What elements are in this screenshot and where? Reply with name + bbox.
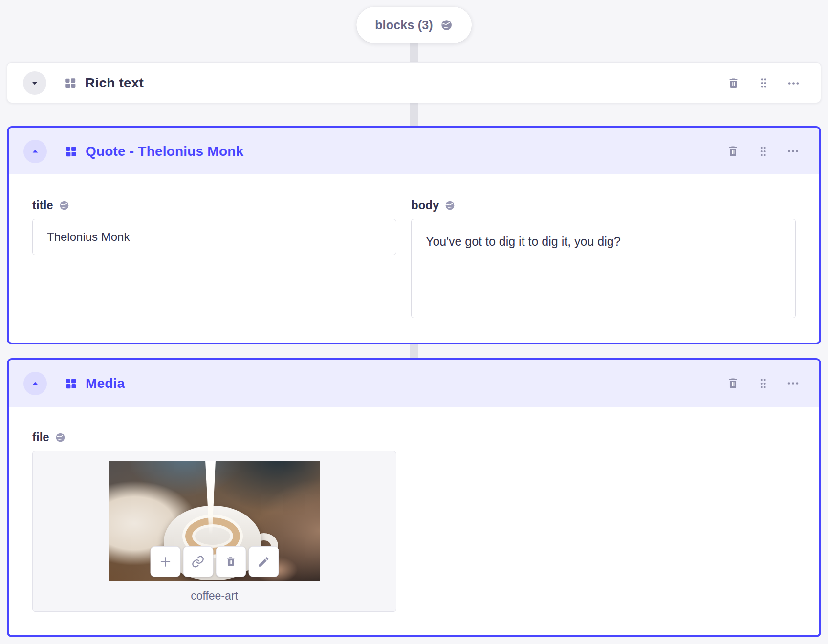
block-title: Rich text: [85, 75, 144, 91]
drag-handle[interactable]: [757, 77, 770, 89]
block-header: Media: [9, 360, 819, 407]
drag-handle[interactable]: [757, 377, 769, 390]
caret-down-icon: [29, 78, 40, 88]
block-title: Quote - Thelonius Monk: [86, 144, 243, 159]
add-media-button[interactable]: [150, 546, 180, 577]
globe-icon: [55, 432, 66, 443]
trash-icon: [726, 377, 740, 390]
dynamic-zone-editor: blocks (3) Rich text: [0, 0, 828, 644]
component-grid-icon: [65, 145, 77, 158]
component-grid-icon: [64, 77, 77, 89]
title-field-label: title: [32, 198, 53, 212]
drag-handle-icon: [757, 145, 769, 158]
block-header: Quote - Thelonius Monk: [9, 128, 819, 174]
copy-link-button[interactable]: [183, 546, 213, 577]
block-card-media: Media file: [7, 358, 821, 637]
block-body: title body You've got to dig it to dig i…: [9, 174, 819, 318]
blocks-count-label: blocks (3): [375, 18, 433, 32]
delete-block-button[interactable]: [727, 77, 740, 90]
block-header: Rich text: [7, 63, 821, 104]
block-body: file: [9, 407, 819, 612]
plus-icon: [158, 555, 172, 569]
delete-block-button[interactable]: [726, 377, 740, 390]
block-card-rich-text: Rich text: [7, 62, 821, 103]
caret-up-icon: [30, 378, 41, 389]
more-icon: [786, 145, 800, 158]
body-textarea[interactable]: You've got to dig it to dig it, you dig?: [411, 219, 796, 318]
title-field: title: [32, 198, 396, 318]
caret-up-icon: [30, 146, 41, 157]
media-filename: coffee-art: [33, 589, 396, 602]
body-field: body You've got to dig it to dig it, you…: [411, 198, 796, 318]
drag-handle-icon: [757, 377, 769, 390]
media-file-field: coffee-art: [32, 451, 396, 612]
globe-icon: [444, 200, 456, 211]
trash-icon: [726, 145, 740, 158]
drag-handle[interactable]: [757, 145, 769, 158]
more-icon: [786, 377, 800, 390]
more-actions-button[interactable]: [786, 377, 800, 390]
globe-icon: [59, 200, 70, 211]
trash-icon: [727, 77, 740, 90]
delete-media-button[interactable]: [216, 546, 246, 577]
title-input[interactable]: [32, 219, 396, 255]
more-actions-button[interactable]: [787, 77, 800, 90]
media-action-bar: [150, 546, 279, 577]
component-grid-icon: [65, 377, 77, 390]
more-actions-button[interactable]: [786, 145, 800, 158]
collapse-toggle-button[interactable]: [23, 140, 47, 163]
trash-icon: [225, 556, 237, 568]
edit-media-button[interactable]: [248, 546, 279, 577]
link-icon: [192, 555, 205, 568]
expand-toggle-button[interactable]: [23, 71, 46, 95]
pencil-icon: [257, 556, 270, 568]
block-title: Media: [86, 376, 125, 391]
body-field-label: body: [411, 198, 439, 212]
more-icon: [787, 77, 800, 90]
block-card-quote: Quote - Thelonius Monk title: [7, 126, 821, 344]
delete-block-button[interactable]: [726, 145, 740, 158]
collapse-toggle-button[interactable]: [23, 372, 47, 395]
drag-handle-icon: [757, 77, 770, 89]
file-field-label: file: [32, 430, 49, 444]
blocks-count-pill[interactable]: blocks (3): [356, 7, 472, 43]
coffee-image: [109, 461, 320, 581]
globe-icon: [440, 19, 453, 32]
